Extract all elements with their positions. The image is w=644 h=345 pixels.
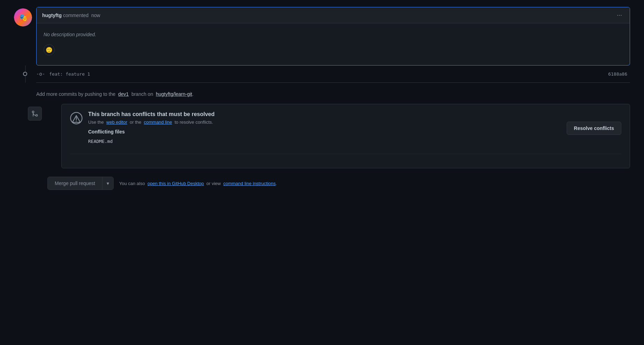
push-info: Add more commits by pushing to the dev1 … (14, 83, 630, 104)
bottom-info-text: You can also open this in GitHub Desktop… (119, 181, 277, 186)
commit-symbol: -o- (36, 71, 45, 77)
merge-button-group: Merge pull request ▾ (47, 177, 114, 190)
svg-point-4 (76, 121, 77, 121)
commit-message: feat: feature 1 (49, 71, 90, 77)
warning-icon (70, 112, 83, 124)
commit-row: -o- feat: feature 1 6188a86 (36, 66, 630, 83)
user-avatar: 🎭 (14, 8, 32, 26)
conflicts-card-inner: This branch has conflicts that must be r… (62, 104, 630, 154)
comment-body: No description provided. 🙂 (37, 23, 630, 65)
conflicts-description: Use the web editor or the command line t… (88, 120, 215, 125)
bottom-merge-row: Merge pull request ▾ You can also open t… (14, 168, 630, 190)
merge-icon-button[interactable] (28, 107, 42, 121)
comment-menu-button[interactable]: ··· (615, 11, 624, 20)
commit-sha: 6188a86 (608, 71, 630, 77)
conflicts-section: This branch has conflicts that must be r… (28, 104, 630, 168)
open-desktop-link[interactable]: open this in GitHub Desktop (147, 181, 204, 186)
merge-icon-wrapper (28, 107, 42, 121)
merge-pull-request-button[interactable]: Merge pull request (48, 177, 102, 190)
comment-description: No description provided. (44, 32, 623, 37)
conflicting-files-label: Conflicting files (88, 129, 215, 135)
push-info-middle: branch on (131, 91, 153, 97)
emoji-react-button[interactable]: 🙂 (44, 44, 55, 55)
command-line-link[interactable]: command line (144, 120, 172, 125)
branch-link[interactable]: dev1 (118, 91, 129, 97)
comment-action: commented now (63, 13, 100, 18)
comment-header: hugtyftg commented now ··· (37, 7, 630, 23)
resolve-conflicts-button[interactable]: Resolve conflicts (567, 122, 621, 135)
conflicts-left: This branch has conflicts that must be r… (70, 111, 215, 145)
conflicting-file-readme: README.md (88, 137, 215, 145)
merge-dropdown-button[interactable]: ▾ (102, 177, 113, 190)
conflicts-card: This branch has conflicts that must be r… (61, 104, 630, 168)
conflicts-content: This branch has conflicts that must be r… (88, 111, 215, 145)
comment-author: hugtyftg (42, 13, 62, 18)
dropdown-arrow: ▾ (107, 181, 109, 186)
conflicts-title: This branch has conflicts that must be r… (88, 111, 215, 117)
git-merge-icon (31, 110, 38, 117)
comment-box: hugtyftg commented now ··· No descriptio… (36, 7, 630, 66)
repo-link[interactable]: hugtyftg/learn-git (156, 91, 192, 97)
conflicts-footer (62, 154, 630, 168)
comment-header-info: hugtyftg commented now (42, 13, 100, 18)
web-editor-link[interactable]: web editor (106, 120, 127, 125)
cli-instructions-link[interactable]: command line instructions (223, 181, 276, 186)
push-info-prefix: Add more commits by pushing to the (36, 91, 115, 97)
